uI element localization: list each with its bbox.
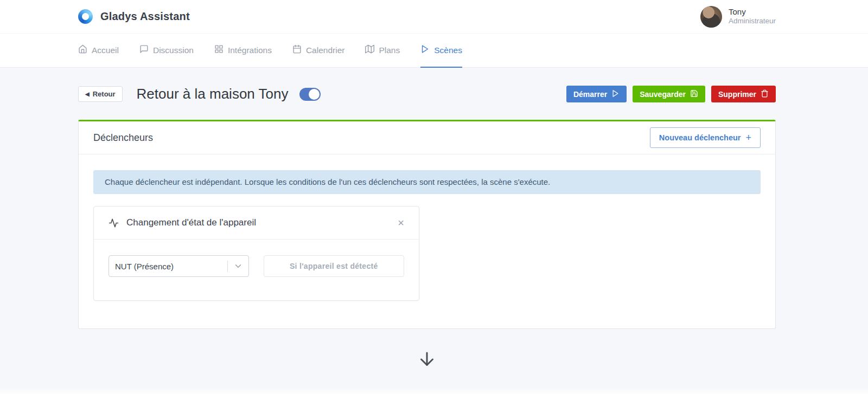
app-title: Gladys Assistant [100,10,190,23]
nav-label: Calendrier [306,46,345,55]
footer-fade [0,386,868,394]
toggle-knob [309,89,320,100]
nav-item-integrations[interactable]: Intégrations [214,34,272,68]
nav-item-discussion[interactable]: Discussion [139,34,194,68]
save-scene-button[interactable]: Sauvegarder [633,86,705,102]
delete-scene-button[interactable]: Supprimer [711,86,776,102]
nav-label: Intégrations [228,46,272,55]
main-nav: Accueil Discussion Intégrations Calendri… [0,34,868,68]
home-icon [78,44,87,56]
triggers-card-title: Déclencheurs [93,132,153,144]
nav-item-plans[interactable]: Plans [365,34,400,68]
nav-label: Accueil [92,46,119,55]
trigger-info-alert: Chaque déclencheur est indépendant. Lors… [93,170,761,194]
activity-icon [108,218,119,228]
back-arrow-icon: ◀ [85,91,90,97]
scroll-down-arrow-icon[interactable] [78,350,776,369]
delete-button-label: Supprimer [718,90,756,99]
user-role: Administrateur [729,17,776,26]
triggers-card: Déclencheurs Nouveau déclencheur + Chaqu… [78,120,776,329]
chevron-down-icon[interactable] [228,261,248,271]
start-button-label: Démarrer [573,90,607,99]
trigger-title: Changement d'état de l'appareil [126,217,256,228]
save-button-label: Sauvegarder [640,90,686,99]
message-icon [139,44,149,56]
plus-icon: + [745,132,751,144]
avatar[interactable] [700,6,722,28]
calendar-icon [292,44,302,56]
trash-icon [761,89,769,99]
page-header: ◀ Retour Retour à la maison Tony Démarre… [78,86,776,102]
back-button-label: Retour [93,90,116,98]
play-icon [420,44,430,56]
save-icon [690,89,698,99]
nav-item-calendrier[interactable]: Calendrier [292,34,345,68]
nav-item-scenes[interactable]: Scènes [420,34,462,68]
gladys-logo-icon [78,9,93,24]
map-icon [365,44,374,56]
brand[interactable]: Gladys Assistant [78,9,190,24]
device-detected-condition-button[interactable]: Si l'appareil est détecté [264,255,405,277]
device-select[interactable]: NUT (Présence) [108,255,249,277]
close-icon: × [398,217,404,229]
back-button[interactable]: ◀ Retour [78,86,123,102]
trigger-item: Changement d'état de l'appareil × NUT (P… [93,206,419,301]
top-header: Gladys Assistant Tony Administrateur [0,0,868,34]
nav-label: Discussion [153,46,194,55]
new-trigger-label: Nouveau déclencheur [659,133,741,142]
user-name: Tony [729,7,776,17]
user-menu[interactable]: Tony Administrateur [700,6,776,28]
grid-icon [214,44,224,56]
play-icon [611,89,620,99]
device-select-value: NUT (Présence) [109,262,227,271]
scene-enabled-toggle[interactable] [299,88,321,101]
nav-label: Plans [379,46,400,55]
new-trigger-button[interactable]: Nouveau déclencheur + [650,127,761,148]
start-scene-button[interactable]: Démarrer [566,86,627,102]
nav-item-accueil[interactable]: Accueil [78,34,119,68]
remove-trigger-button[interactable]: × [398,217,404,228]
page-title: Retour à la maison Tony [137,86,289,102]
nav-label: Scènes [434,46,462,55]
